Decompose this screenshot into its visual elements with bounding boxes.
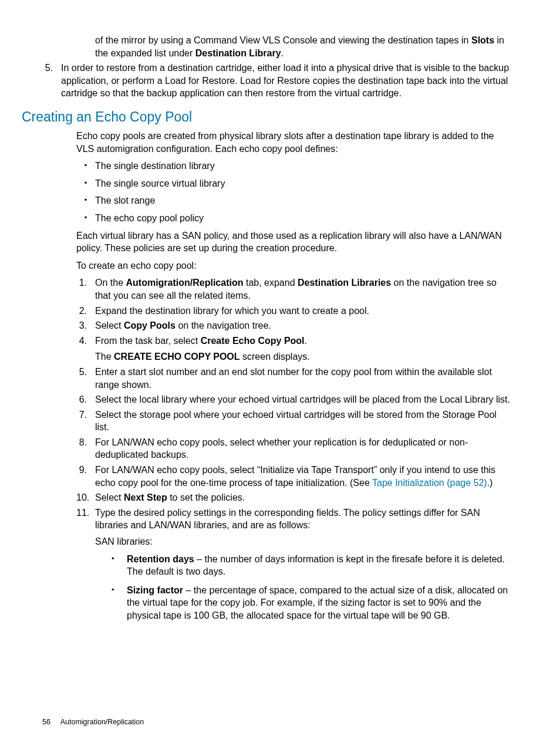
footer-section-name: Automigration/Replication	[60, 718, 144, 726]
step-number: 2.	[76, 305, 95, 318]
list-item: •The echo copy pool policy	[76, 212, 512, 225]
item-text: The single source virtual library	[95, 177, 512, 190]
list-item: 5. In order to restore from a destinatio…	[42, 62, 518, 100]
text: .	[281, 48, 284, 58]
list-item: 10. Select Next Step to set the policies…	[76, 491, 512, 504]
text: – the percentage of space, compared to t…	[127, 585, 508, 620]
bullet-icon: •	[76, 160, 95, 173]
page-number: 56	[42, 718, 50, 726]
text: on the navigation tree.	[176, 320, 271, 330]
text: On the	[95, 278, 126, 288]
step-text: Enter a start slot number and an end slo…	[95, 366, 512, 391]
step-number: 11.	[76, 507, 95, 628]
bold-slots: Slots	[471, 35, 494, 45]
bold-screen-name: CREATE ECHO COPY POOL	[114, 352, 240, 362]
bullet-icon: •	[112, 553, 127, 578]
step-text: Select the storage pool where your echoe…	[95, 409, 512, 434]
item-text: The single destination library	[95, 160, 512, 173]
item-text: Retention days – the number of days info…	[127, 553, 512, 578]
text: The	[95, 352, 114, 362]
defines-list: •The single destination library •The sin…	[76, 160, 512, 224]
bold-automigration-tab: Automigration/Replication	[126, 278, 243, 288]
intro-paragraph-2: Each virtual library has a SAN policy, a…	[76, 229, 512, 255]
san-libraries-label: SAN libraries:	[95, 535, 512, 548]
policy-settings-list: • Retention days – the number of days in…	[112, 553, 512, 622]
bullet-icon: •	[76, 212, 95, 225]
text: From the task bar, select	[95, 336, 201, 346]
list-item: • Retention days – the number of days in…	[112, 553, 512, 578]
list-item: 2. Expand the destination library for wh…	[76, 305, 512, 318]
item-text: The slot range	[95, 194, 512, 207]
list-item: 1. On the Automigration/Replication tab,…	[76, 276, 512, 302]
text: tab, expand	[243, 278, 298, 288]
list-item: •The single source virtual library	[76, 177, 512, 190]
bold-destination-libraries: Destination Libraries	[298, 278, 391, 288]
list-item: 9. For LAN/WAN echo copy pools, select “…	[76, 464, 512, 489]
step-number: 5.	[42, 62, 61, 100]
step-text: Select Copy Pools on the navigation tree…	[95, 319, 512, 332]
text: .	[305, 336, 307, 346]
step-number: 10.	[76, 491, 95, 504]
list-item: •The single destination library	[76, 160, 512, 173]
steps-list: 1. On the Automigration/Replication tab,…	[76, 276, 512, 627]
link-tape-initialization[interactable]: Tape Initialization (page 52)	[372, 478, 487, 488]
step-number: 8.	[76, 436, 95, 461]
bold-sizing-factor: Sizing factor	[127, 585, 183, 595]
item-text: The echo copy pool policy	[95, 212, 512, 225]
step-text: In order to restore from a destination c…	[61, 62, 518, 100]
text: Select	[95, 492, 124, 502]
intro-paragraph-3: To create an echo copy pool:	[76, 259, 512, 272]
text: Type the desired policy settings in the …	[95, 508, 480, 531]
intro-paragraph: Echo copy pools are created from physica…	[76, 130, 512, 155]
bullet-icon: •	[76, 194, 95, 207]
step-text: Select the local library where your echo…	[95, 393, 512, 406]
step-number: 4.	[76, 335, 95, 363]
bullet-icon: •	[76, 177, 95, 190]
list-item: 5. Enter a start slot number and an end …	[76, 366, 512, 391]
text: to set the policies.	[167, 492, 245, 502]
step-number: 6.	[76, 393, 95, 406]
step-number: 7.	[76, 409, 95, 434]
text: of the mirror by using a Command View VL…	[95, 35, 471, 45]
continued-paragraph: of the mirror by using a Command View VL…	[95, 34, 512, 59]
prior-steps-list: 5. In order to restore from a destinatio…	[42, 62, 518, 100]
step-text: Expand the destination library for which…	[95, 305, 512, 318]
step-text: Select Next Step to set the policies.	[95, 491, 512, 504]
list-item: •The slot range	[76, 194, 512, 207]
list-item: 4. From the task bar, select Create Echo…	[76, 335, 512, 363]
step-number: 9.	[76, 464, 95, 489]
page-footer: 56 Automigration/Replication	[42, 717, 144, 727]
text: Select	[95, 320, 124, 330]
text: .)	[487, 478, 493, 488]
step-text: For LAN/WAN echo copy pools, select “Ini…	[95, 464, 512, 489]
bullet-icon: •	[112, 584, 127, 622]
step-text: From the task bar, select Create Echo Co…	[95, 335, 512, 363]
step-number: 1.	[76, 276, 95, 302]
step-text: Type the desired policy settings in the …	[95, 507, 512, 628]
list-item: 11. Type the desired policy settings in …	[76, 507, 512, 628]
list-item: 3. Select Copy Pools on the navigation t…	[76, 319, 512, 332]
list-item: • Sizing factor – the percentage of spac…	[112, 584, 512, 622]
list-item: 7. Select the storage pool where your ec…	[76, 409, 512, 434]
bold-copy-pools: Copy Pools	[124, 320, 176, 330]
list-item: 8. For LAN/WAN echo copy pools, select w…	[76, 436, 512, 461]
text: screen displays.	[240, 352, 310, 362]
bold-create-echo-copy-pool: Create Echo Copy Pool	[201, 336, 305, 346]
bold-retention-days: Retention days	[127, 554, 194, 564]
section-heading: Creating an Echo Copy Pool	[22, 108, 518, 126]
step-text: For LAN/WAN echo copy pools, select whet…	[95, 436, 512, 461]
bold-next-step: Next Step	[124, 492, 167, 502]
step-number: 3.	[76, 319, 95, 332]
bold-destination-library: Destination Library	[195, 48, 281, 58]
list-item: 6. Select the local library where your e…	[76, 393, 512, 406]
step-number: 5.	[76, 366, 95, 391]
step-text: On the Automigration/Replication tab, ex…	[95, 276, 512, 302]
item-text: Sizing factor – the percentage of space,…	[127, 584, 512, 622]
